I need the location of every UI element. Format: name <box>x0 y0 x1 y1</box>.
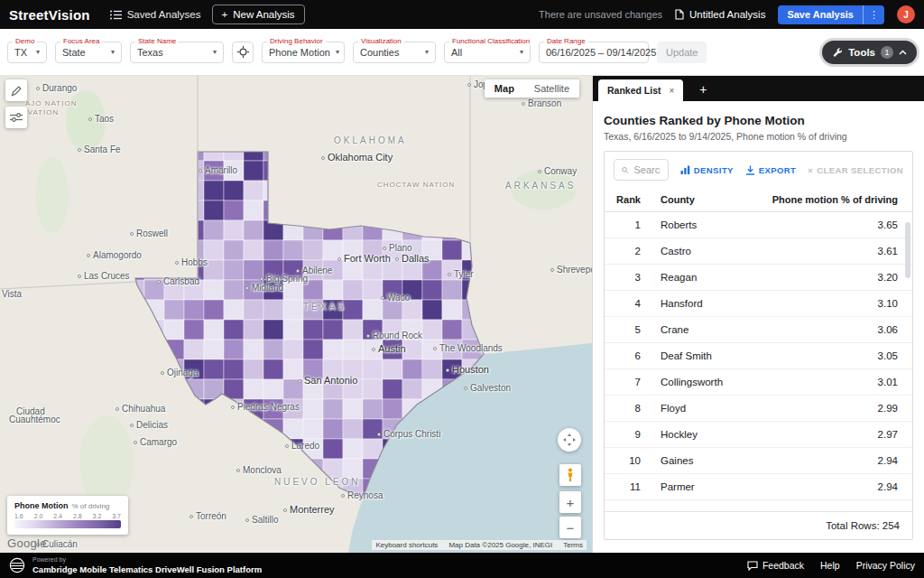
satellite-toggle-button[interactable]: Satellite <box>524 79 579 98</box>
caret-down-icon: ▾ <box>425 48 429 56</box>
pegman-icon <box>565 468 576 482</box>
list-icon <box>110 10 122 20</box>
table-row[interactable]: 8Floyd2.99 <box>605 396 912 422</box>
density-button[interactable]: DENSITY <box>680 165 734 175</box>
rank-cell: 11 <box>605 474 646 500</box>
feedback-icon <box>747 561 758 571</box>
tab-ranked-list[interactable]: Ranked List × <box>598 79 683 101</box>
table-row[interactable]: 7Collingsworth3.01 <box>605 369 912 396</box>
ranked-table: Rank County Phone motion % of driving 1R… <box>605 188 912 500</box>
new-analysis-button[interactable]: + New Analysis <box>212 5 305 24</box>
table-row[interactable]: 5Crane3.06 <box>605 317 912 343</box>
chevron-up-icon <box>899 50 907 55</box>
saved-analyses-button[interactable]: Saved Analyses <box>110 9 201 20</box>
table-row[interactable]: 11Parmer2.94 <box>605 474 912 500</box>
draw-tool-button[interactable] <box>5 79 27 101</box>
date-range-filter: Date Range 06/16/2025 – 09/14/2025 <box>539 42 649 63</box>
state-name-value: Texas <box>137 47 163 58</box>
table-row[interactable]: 1Roberts3.65 <box>605 212 912 238</box>
visualization-filter: Visualization Counties ▾ <box>353 42 436 63</box>
table-row[interactable]: 3Reagan3.20 <box>605 265 912 291</box>
analysis-title-item[interactable]: Untitled Analysis <box>675 9 765 20</box>
map-toggle-button[interactable]: Map <box>485 79 524 98</box>
table-row[interactable]: 10Gaines2.94 <box>605 448 912 474</box>
county-cell: Deaf Smith <box>646 343 768 369</box>
pan-arrows-icon <box>562 433 577 447</box>
map-area[interactable]: DurangoJoplinBransonTaosSanta FeAJO NATI… <box>0 76 592 553</box>
table-scrollbar[interactable] <box>905 222 910 278</box>
county-cell: Hockley <box>646 422 768 448</box>
filter-bar: Demo TX ▾ Focus Area State ▾ State Name … <box>0 29 924 76</box>
table-controls: DENSITY EXPORT × CLEAR SELECTION <box>605 152 912 188</box>
county-cell: Castro <box>646 238 768 265</box>
add-tab-button[interactable]: + <box>692 82 714 101</box>
ranked-list-card: DENSITY EXPORT × CLEAR SELECTION Rank Co… <box>604 151 913 540</box>
state-name-filter: State Name Texas ▾ <box>130 42 224 63</box>
tools-button[interactable]: Tools 1 <box>822 41 917 64</box>
pegman-control[interactable] <box>559 464 581 486</box>
table-row[interactable]: 9Hockley2.97 <box>605 422 912 448</box>
update-button[interactable]: Update <box>657 42 707 63</box>
caret-down-icon: ▾ <box>336 48 339 56</box>
search-input[interactable] <box>634 164 661 175</box>
download-icon <box>745 165 755 175</box>
help-link[interactable]: Help <box>820 560 840 571</box>
rank-cell: 1 <box>605 212 646 238</box>
layers-filter-button[interactable] <box>5 107 27 128</box>
map-data-text: Map Data ©2025 Google, INEGI <box>448 541 552 549</box>
value-cell: 2.94 <box>768 448 912 474</box>
terms-link[interactable]: Terms <box>563 541 583 549</box>
user-avatar[interactable]: J <box>897 5 915 23</box>
county-cell: Hansford <box>646 291 768 317</box>
feedback-button[interactable]: Feedback <box>747 560 804 571</box>
clear-selection-label: CLEAR SELECTION <box>817 165 903 175</box>
footer-links: Feedback Help Privacy Policy <box>747 560 915 571</box>
rank-cell: 8 <box>605 396 646 422</box>
visualization-label: Visualization <box>358 37 404 45</box>
keyboard-shortcuts-link[interactable]: Keyboard shortcuts <box>375 541 438 549</box>
value-cell: 3.65 <box>768 212 912 238</box>
caret-down-icon: ▾ <box>36 48 40 56</box>
map-legend: Phone Motion % of driving 1.6 2.0 2.4 2.… <box>7 496 128 535</box>
value-cell: 3.05 <box>768 343 912 369</box>
demo-value: TX <box>14 47 27 58</box>
search-icon <box>622 165 629 175</box>
functional-classification-label: Functional Classification <box>449 37 532 45</box>
focus-area-value: State <box>62 47 86 58</box>
density-icon <box>680 165 690 174</box>
rank-column-header[interactable]: Rank <box>605 188 646 212</box>
privacy-policy-link[interactable]: Privacy Policy <box>856 560 915 571</box>
legend-tick: 2.4 <box>53 513 62 519</box>
pencil-icon <box>11 85 23 97</box>
export-button[interactable]: EXPORT <box>745 165 796 175</box>
table-row[interactable]: 6Deaf Smith3.05 <box>605 343 912 369</box>
park-area <box>36 157 69 233</box>
driving-behavior-filter: Driving Behavior Phone Motion ▾ <box>262 42 345 63</box>
zoom-out-button[interactable]: − <box>559 517 581 538</box>
pan-control[interactable] <box>558 428 581 452</box>
save-menu-button[interactable]: ⋮ <box>864 5 884 24</box>
zoom-in-button[interactable]: + <box>559 491 581 513</box>
search-box[interactable] <box>614 159 669 181</box>
rank-cell: 2 <box>605 238 646 265</box>
driving-behavior-label: Driving Behavior <box>267 37 326 45</box>
state-name-label: State Name <box>135 37 179 45</box>
table-row[interactable]: 2Castro3.61 <box>605 238 912 265</box>
save-analysis-button[interactable]: Save Analysis <box>778 5 863 24</box>
legend-tick: 2.8 <box>73 513 82 519</box>
map-canvas[interactable] <box>0 76 592 553</box>
legend-tick: 3.7 <box>112 513 121 519</box>
value-column-header[interactable]: Phone motion % of driving <box>768 188 912 212</box>
tab-close-icon[interactable]: × <box>670 86 675 96</box>
value-cell: 3.06 <box>768 317 912 343</box>
clear-selection-button[interactable]: × CLEAR SELECTION <box>808 165 903 175</box>
legend-tick: 3.2 <box>93 513 102 519</box>
table-row[interactable]: 4Hansford3.10 <box>605 291 912 317</box>
value-cell: 3.01 <box>768 369 912 396</box>
value-cell: 2.99 <box>768 396 912 422</box>
locate-target-button[interactable] <box>232 42 254 63</box>
county-cell: Reagan <box>646 265 768 291</box>
county-column-header[interactable]: County <box>646 188 768 212</box>
date-range-value: 06/16/2025 – 09/14/2025 <box>546 47 656 58</box>
focus-area-label: Focus Area <box>60 37 102 45</box>
